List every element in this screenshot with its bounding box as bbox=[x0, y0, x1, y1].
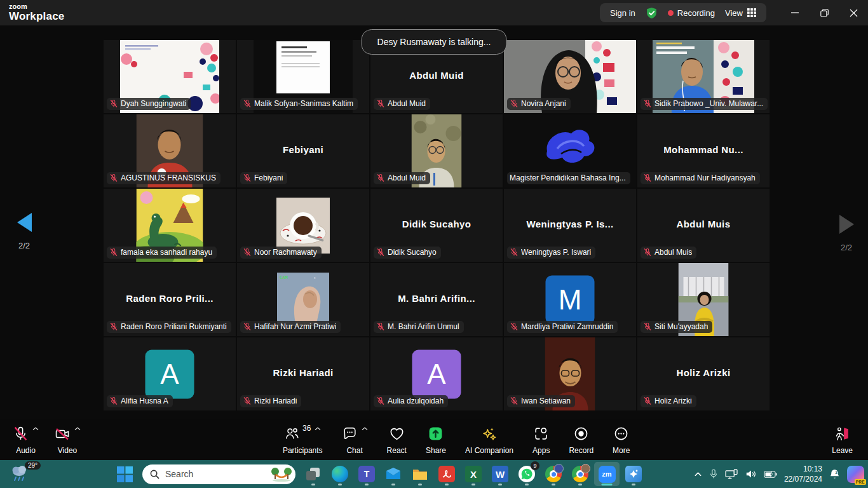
minimize-button[interactable] bbox=[780, 0, 810, 25]
close-button[interactable] bbox=[839, 0, 868, 25]
participant-tile[interactable]: Weningtyas P. Is...Weningtyas P. Iswari bbox=[504, 189, 636, 262]
participant-tile[interactable]: Iwan Setiawan bbox=[504, 337, 636, 410]
participant-tile[interactable]: MMardliya Pratiwi Zamruddin bbox=[504, 263, 636, 336]
toolbar-more-button[interactable]: More bbox=[605, 419, 637, 460]
toolbar-apps-button[interactable]: Apps bbox=[525, 419, 557, 460]
taskbar-file-explorer-icon[interactable] bbox=[407, 462, 433, 486]
toolbar-participants-chevron[interactable] bbox=[315, 426, 321, 431]
participant-avatar: M bbox=[546, 275, 595, 324]
participant-tile[interactable]: Magister Pendidikan Bahasa Ing... bbox=[504, 114, 636, 187]
participant-tile[interactable]: Mohammad Nu...Mohammad Nur Hadiyansyah bbox=[637, 114, 770, 187]
sign-in-button[interactable]: Sign in bbox=[610, 8, 635, 18]
participant-tile[interactable]: AAlifia Husna A bbox=[104, 337, 236, 410]
taskbar-search[interactable]: Search bbox=[142, 464, 295, 484]
tray-copilot-icon[interactable]: PRE bbox=[847, 466, 864, 483]
taskbar-whatsapp-icon[interactable]: 9 bbox=[514, 462, 539, 486]
tray-time: 10:13 bbox=[803, 464, 822, 473]
logo-workplace-text: Workplace bbox=[9, 11, 64, 22]
tray-speaker[interactable] bbox=[745, 469, 757, 479]
participant-tile[interactable]: AAulia dzulqoidah bbox=[370, 337, 503, 410]
toolbar-react-button[interactable]: React bbox=[379, 419, 414, 460]
participant-name-label: M. Bahri Arifin Unmul bbox=[388, 322, 459, 331]
participant-name-tag: Malik Sofyan-Sanimas Kaltim bbox=[240, 98, 358, 110]
toolbar-audio-chevron[interactable] bbox=[32, 426, 39, 431]
taskbar-chrome-profile-2-icon[interactable] bbox=[567, 462, 593, 486]
participant-tile[interactable]: AGUSTINUS FRANSISKUS bbox=[104, 114, 236, 187]
toolbar-audio-button[interactable]: Audio bbox=[5, 419, 46, 460]
participant-tile[interactable]: Siti Mu'ayyadah bbox=[637, 263, 770, 336]
muted-mic-icon bbox=[643, 248, 652, 257]
participant-tile[interactable]: Noor Rachmawaty bbox=[237, 189, 369, 262]
toolbar-record-button[interactable]: Record bbox=[561, 419, 601, 460]
toolbar-leave-button[interactable]: Leave bbox=[824, 419, 860, 460]
participant-tile[interactable]: Abdul Muid bbox=[370, 114, 503, 187]
tray-clock[interactable]: 10:13 22/07/2024 bbox=[784, 464, 822, 484]
participant-tile[interactable]: CAM▸00:02Hafifah Nur Azmi Pratiwi bbox=[237, 263, 369, 336]
meeting-toolbar: Audio Video 36 Participants Chat React S… bbox=[0, 419, 868, 460]
participant-name-label: Aulia dzulqoidah bbox=[388, 396, 444, 405]
muted-mic-icon bbox=[376, 173, 385, 182]
taskbar-photos-icon[interactable] bbox=[621, 462, 646, 486]
participant-tile[interactable]: M. Bahri Arifin...M. Bahri Arifin Unmul bbox=[370, 263, 503, 336]
next-page-button[interactable]: 2/2 bbox=[834, 215, 859, 252]
weather-temp-badge: 29° bbox=[25, 461, 41, 470]
toolbar-share-button[interactable]: Share bbox=[418, 419, 454, 460]
toolbar-chat-chevron[interactable] bbox=[362, 426, 368, 431]
taskbar-acrobat-icon[interactable] bbox=[434, 462, 459, 486]
participant-tile[interactable]: Raden Roro Prili...Raden Roro Priliani R… bbox=[104, 263, 236, 336]
tray-battery[interactable] bbox=[764, 470, 777, 478]
toolbar-chat-button[interactable]: Chat bbox=[334, 419, 376, 460]
muted-mic-icon bbox=[109, 396, 118, 405]
participant-name-label: Abdul Muid bbox=[388, 173, 426, 182]
prev-page-button[interactable]: 2/2 bbox=[11, 213, 37, 250]
participant-name-tag: Holiz Arizki bbox=[641, 395, 696, 407]
participant-tile[interactable]: famala eka sanhadi rahayu bbox=[104, 189, 236, 262]
maximize-button[interactable] bbox=[810, 0, 839, 25]
taskbar-excel-icon[interactable]: X bbox=[461, 462, 486, 486]
taskbar-teams-icon[interactable]: T bbox=[354, 462, 379, 486]
participant-tile[interactable]: Didik SucahyoDidik Sucahyo bbox=[370, 189, 503, 262]
participant-name-label: AGUSTINUS FRANSISKUS bbox=[121, 173, 216, 182]
toolbar-ai-companion-button[interactable]: AI Companion bbox=[458, 419, 521, 460]
participant-tile[interactable]: Malik Sofyan-Sanimas Kaltim bbox=[237, 40, 369, 113]
toolbar-video-button[interactable]: Video bbox=[46, 419, 88, 460]
muted-mic-icon bbox=[243, 173, 252, 182]
muted-mic-icon bbox=[109, 99, 118, 108]
toolbar-participants-button[interactable]: 36 Participants bbox=[275, 419, 330, 460]
taskbar-task-view-icon[interactable] bbox=[301, 462, 326, 486]
edge-running-indicator bbox=[338, 484, 342, 485]
taskbar-mail-icon[interactable] bbox=[381, 462, 406, 486]
view-button[interactable]: View bbox=[725, 8, 756, 18]
taskbar-chrome-profile-1-icon[interactable] bbox=[541, 462, 566, 486]
participant-tile[interactable]: Rizki HariadiRizki Hariadi bbox=[237, 337, 369, 410]
start-button[interactable] bbox=[112, 462, 137, 486]
security-shield-icon[interactable] bbox=[646, 7, 658, 19]
tray-display-cast[interactable] bbox=[725, 469, 738, 480]
participant-tile[interactable]: Abdul MuisAbdul Muis bbox=[637, 189, 770, 262]
tray-notification-bell[interactable]: z bbox=[829, 468, 840, 480]
taskbar-edge-icon[interactable] bbox=[327, 462, 353, 486]
photos-running-indicator bbox=[632, 484, 635, 485]
tray-microphone[interactable] bbox=[709, 468, 718, 480]
taskbar-word-icon[interactable]: W bbox=[487, 462, 513, 486]
weather-widget[interactable]: 29° bbox=[10, 463, 38, 486]
toolbar-video-chevron[interactable] bbox=[74, 426, 81, 431]
participant-tile[interactable]: Sidik Prabowo _Univ. Mulawar... bbox=[637, 40, 770, 113]
participant-tile[interactable]: FebiyaniFebiyani bbox=[237, 114, 369, 187]
tray-hidden-icons-chevron[interactable] bbox=[694, 471, 702, 477]
active-speaker-toast: Desy Rusmawaty is talking... bbox=[362, 29, 507, 55]
participant-tile[interactable]: Novira Anjani bbox=[504, 40, 636, 113]
toolbar-record-label: Record bbox=[569, 446, 593, 455]
chat-icon bbox=[342, 426, 358, 442]
participant-grid: Dyah Sunggingwati Malik Sofyan-Sanimas K… bbox=[104, 40, 770, 410]
more-icon bbox=[613, 426, 629, 442]
muted-mic-icon bbox=[510, 99, 519, 108]
participant-tile[interactable]: Dyah Sunggingwati bbox=[104, 40, 236, 113]
file-explorer-running-indicator bbox=[418, 484, 422, 485]
participant-tile[interactable]: Holiz ArizkiHoliz Arizki bbox=[637, 337, 770, 410]
participant-name-label: Dyah Sunggingwati bbox=[121, 99, 186, 108]
taskbar-zoom-app-icon[interactable]: zm bbox=[594, 462, 620, 486]
participant-name-tag: Hafifah Nur Azmi Pratiwi bbox=[240, 321, 341, 333]
muted-mic-icon bbox=[643, 99, 652, 108]
participant-name-tag: Alifia Husna A bbox=[107, 395, 173, 407]
